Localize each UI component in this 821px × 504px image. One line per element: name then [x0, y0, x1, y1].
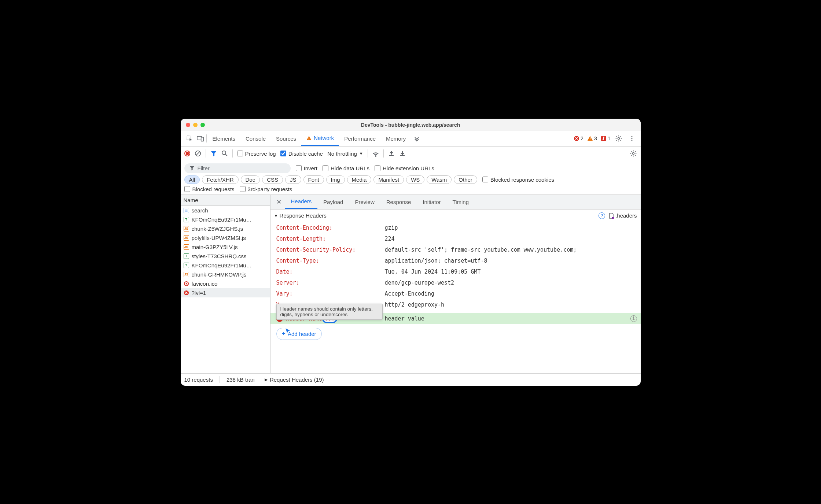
detail-tab-response[interactable]: Response	[380, 194, 417, 209]
add-header-button[interactable]: +Add header	[276, 328, 322, 340]
device-toolbar-icon[interactable]	[195, 133, 206, 144]
response-headers-section[interactable]: ▼ Response Headers ? .headers	[270, 210, 641, 222]
blocked-requests-checkbox[interactable]: Blocked requests	[184, 186, 235, 192]
record-button[interactable]	[184, 151, 190, 156]
svg-rect-6	[590, 137, 590, 139]
network-settings-icon[interactable]	[630, 150, 637, 157]
cursor-icon	[284, 327, 292, 336]
sidebar-header: Name	[181, 195, 270, 206]
detail-tab-headers[interactable]: Headers	[285, 194, 318, 209]
header-row: Content-Length:224	[270, 233, 641, 244]
status-bar: 10 requests 238 kB tran ▶Request Headers…	[181, 373, 641, 386]
svg-point-18	[375, 156, 376, 156]
pill-fetch-xhr[interactable]: Fetch/XHR	[202, 175, 238, 184]
request-row[interactable]: JSpolyfills-UPW4ZMSI.js	[181, 233, 270, 242]
third-party-checkbox[interactable]: 3rd-party requests	[240, 186, 292, 192]
tab-performance[interactable]: Performance	[339, 131, 381, 146]
header-row: Vary:Accept-Encoding	[270, 288, 641, 299]
help-icon[interactable]: ?	[599, 212, 605, 219]
svg-point-16	[222, 151, 226, 155]
header-row: Server:deno/gcp-europe-west2	[270, 277, 641, 288]
devtools-window: DevTools - bubble-jingle.web.app/search …	[181, 119, 641, 386]
pill-media[interactable]: Media	[347, 175, 372, 184]
detail-panel: ✕ HeadersPayloadPreviewResponseInitiator…	[270, 195, 641, 373]
svg-rect-3	[309, 137, 309, 138]
request-sidebar: Name ☰searchTKFOmCnqEu92Fr1Mu…JSchunk-Z5…	[181, 195, 270, 373]
request-row[interactable]: ☰search	[181, 206, 270, 215]
svg-point-10	[618, 138, 619, 140]
request-row[interactable]: TKFOmCnqEu92Fr1Mu…	[181, 261, 270, 270]
expand-icon: ▼	[274, 214, 278, 218]
request-count: 10 requests	[184, 377, 213, 383]
pill-css[interactable]: CSS	[262, 175, 283, 184]
request-row[interactable]: ?lvl=1	[181, 288, 270, 297]
pill-font[interactable]: Font	[303, 175, 324, 184]
titlebar: DevTools - bubble-jingle.web.app/search	[181, 119, 641, 131]
svg-point-21	[185, 283, 187, 284]
invert-checkbox[interactable]: Invert	[296, 165, 318, 171]
request-row[interactable]: JSchunk-Z5WZJGHS.js	[181, 224, 270, 233]
more-tabs-icon[interactable]	[412, 133, 422, 144]
detail-tab-bar: ✕ HeadersPayloadPreviewResponseInitiator…	[270, 195, 641, 210]
pill-all[interactable]: All	[184, 175, 200, 184]
detail-tab-initiator[interactable]: Initiator	[417, 194, 446, 209]
pill-js[interactable]: JS	[285, 175, 301, 184]
filter-input[interactable]: Filter	[184, 163, 291, 173]
tab-sources[interactable]: Sources	[271, 131, 301, 146]
pill-wasm[interactable]: Wasm	[427, 175, 452, 184]
svg-point-19	[632, 153, 634, 155]
search-icon[interactable]	[221, 150, 228, 157]
pill-ws[interactable]: WS	[406, 175, 424, 184]
validation-tooltip: Header names should contain only letters…	[276, 304, 383, 320]
tab-elements[interactable]: Elements	[207, 131, 241, 146]
transfer-size: 238 kB tran	[227, 377, 258, 383]
tab-memory[interactable]: Memory	[381, 131, 411, 146]
header-row: Content-Security-Policy:default-src 'sel…	[270, 244, 641, 255]
pill-doc[interactable]: Doc	[241, 175, 260, 184]
tab-console[interactable]: Console	[240, 131, 271, 146]
pill-other[interactable]: Other	[454, 175, 477, 184]
preserve-log-checkbox[interactable]: Preserve log	[237, 151, 276, 157]
blocked-cookies-checkbox[interactable]: Blocked response cookies	[482, 177, 554, 183]
close-detail-icon[interactable]: ✕	[273, 198, 285, 206]
svg-rect-7	[590, 140, 590, 140]
svg-point-23	[612, 217, 614, 219]
svg-rect-4	[309, 139, 309, 140]
headers-file-link[interactable]: .headers	[609, 212, 637, 219]
request-row[interactable]: Tstyles-T73CSHRQ.css	[181, 252, 270, 261]
request-row[interactable]: TKFOmCnqEu92Fr1Mu…	[181, 215, 270, 224]
detail-tab-preview[interactable]: Preview	[349, 194, 380, 209]
detail-tab-payload[interactable]: Payload	[317, 194, 349, 209]
request-row[interactable]: JSmain-G3PZY5LV.js	[181, 242, 270, 252]
request-row[interactable]: favicon.ico	[181, 279, 270, 288]
header-row: Content-Encoding:gzip	[270, 222, 641, 233]
svg-point-13	[631, 140, 632, 141]
hide-extension-urls-checkbox[interactable]: Hide extension URLs	[375, 165, 434, 171]
svg-line-17	[225, 154, 227, 156]
tab-network[interactable]: Network	[301, 131, 339, 146]
settings-icon[interactable]	[614, 133, 624, 144]
throttling-select[interactable]: No throttling▼	[327, 151, 363, 157]
header-row: Content-Type:application/json; charset=u…	[270, 255, 641, 266]
disable-cache-checkbox[interactable]: Disable cache	[280, 151, 323, 157]
svg-point-12	[631, 138, 632, 139]
status-badges[interactable]: 2 3 1	[574, 136, 610, 141]
svg-point-11	[631, 136, 632, 137]
request-headers-section[interactable]: ▶Request Headers (19)	[265, 377, 324, 383]
request-row[interactable]: JSchunk-GRHMKOWP.js	[181, 270, 270, 279]
network-conditions-icon[interactable]	[372, 150, 379, 157]
info-icon[interactable]: i	[630, 315, 637, 322]
export-har-icon[interactable]	[388, 150, 395, 157]
pill-img[interactable]: Img	[326, 175, 345, 184]
hide-data-urls-checkbox[interactable]: Hide data URLs	[323, 165, 369, 171]
svg-line-15	[196, 152, 200, 156]
import-har-icon[interactable]	[399, 150, 406, 157]
type-pills: AllFetch/XHRDocCSSJSFontImgMediaManifest…	[184, 175, 477, 184]
kebab-menu-icon[interactable]	[627, 133, 637, 144]
detail-tab-timing[interactable]: Timing	[447, 194, 475, 209]
filter-icon[interactable]	[210, 150, 217, 157]
pill-manifest[interactable]: Manifest	[373, 175, 404, 184]
inspect-icon[interactable]	[184, 133, 195, 144]
clear-icon[interactable]	[195, 150, 201, 157]
window-title: DevTools - bubble-jingle.web.app/search	[181, 122, 641, 128]
